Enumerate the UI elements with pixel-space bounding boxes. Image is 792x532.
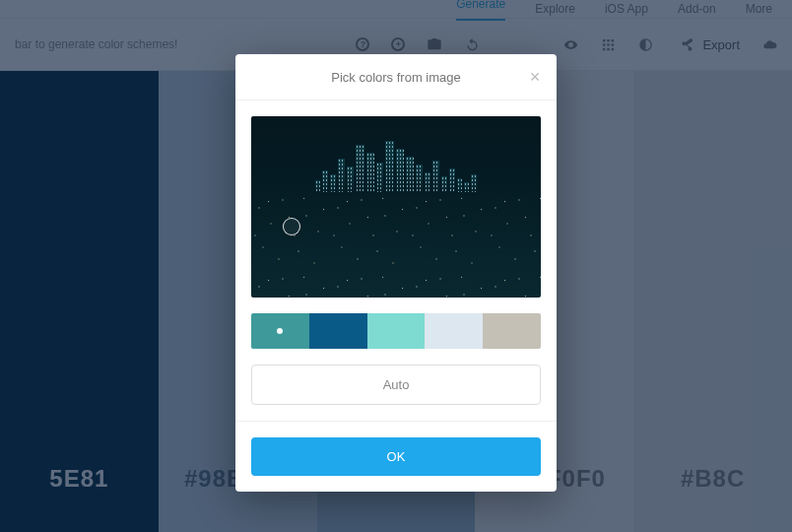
extracted-color-swatch[interactable] <box>483 313 541 349</box>
modal-header: Pick colors from image × <box>235 54 557 100</box>
building-graphic <box>425 172 430 192</box>
building-graphic <box>441 176 447 192</box>
building-graphic <box>396 149 404 192</box>
pick-colors-modal: Pick colors from image × Auto OK <box>235 54 557 492</box>
extracted-colors-row <box>251 313 541 349</box>
building-graphic <box>338 159 345 192</box>
building-graphic <box>471 174 477 192</box>
building-graphic <box>315 180 320 192</box>
extracted-color-swatch[interactable] <box>309 313 367 349</box>
building-graphic <box>330 174 336 192</box>
building-graphic <box>406 157 414 192</box>
building-graphic <box>432 161 439 192</box>
building-graphic <box>366 153 374 192</box>
building-graphic <box>376 163 383 192</box>
auto-button[interactable]: Auto <box>251 365 541 405</box>
extracted-color-swatch[interactable] <box>425 313 483 349</box>
extracted-color-swatch[interactable] <box>367 313 426 349</box>
city-lights-graphic <box>251 192 541 298</box>
modal-divider <box>235 421 557 422</box>
building-graphic <box>449 168 455 192</box>
extracted-color-swatch[interactable] <box>251 313 309 349</box>
skyline-graphic <box>251 135 541 192</box>
close-icon[interactable]: × <box>525 67 545 87</box>
image-preview[interactable] <box>251 116 541 298</box>
modal-title: Pick colors from image <box>331 70 460 85</box>
modal-overlay: Pick colors from image × Auto OK <box>0 0 792 532</box>
building-graphic <box>385 141 394 192</box>
building-graphic <box>416 165 423 192</box>
ok-button[interactable]: OK <box>251 437 541 476</box>
building-graphic <box>322 170 328 192</box>
modal-body: Auto OK <box>235 100 557 492</box>
building-graphic <box>347 166 354 192</box>
building-graphic <box>464 182 469 192</box>
building-graphic <box>457 178 462 192</box>
building-graphic <box>356 145 364 192</box>
